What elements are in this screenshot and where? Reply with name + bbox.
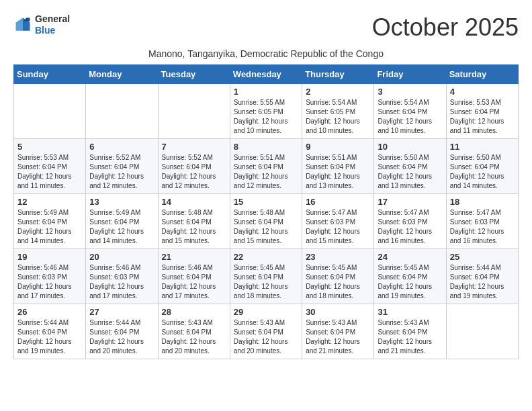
logo-line2: Blue (35, 25, 70, 36)
day-info: Sunrise: 5:49 AM Sunset: 6:04 PM Dayligh… (89, 208, 154, 246)
day-info: Sunrise: 5:50 AM Sunset: 6:04 PM Dayligh… (378, 153, 442, 191)
day-info: Sunrise: 5:47 AM Sunset: 6:03 PM Dayligh… (306, 208, 370, 246)
calendar-cell: 27Sunrise: 5:44 AM Sunset: 6:04 PM Dayli… (86, 304, 158, 359)
day-info: Sunrise: 5:48 AM Sunset: 6:04 PM Dayligh… (234, 208, 298, 246)
calendar-cell (86, 84, 158, 139)
calendar-cell: 25Sunrise: 5:44 AM Sunset: 6:04 PM Dayli… (446, 249, 518, 304)
calendar-cell: 19Sunrise: 5:46 AM Sunset: 6:03 PM Dayli… (14, 249, 86, 304)
calendar-cell: 24Sunrise: 5:45 AM Sunset: 6:04 PM Dayli… (374, 249, 446, 304)
day-info: Sunrise: 5:54 AM Sunset: 6:05 PM Dayligh… (306, 98, 370, 136)
day-info: Sunrise: 5:51 AM Sunset: 6:04 PM Dayligh… (306, 153, 370, 191)
day-info: Sunrise: 5:46 AM Sunset: 6:04 PM Dayligh… (162, 263, 226, 301)
calendar-cell: 23Sunrise: 5:45 AM Sunset: 6:04 PM Dayli… (302, 249, 374, 304)
logo-icon (13, 15, 32, 34)
day-number: 4 (450, 87, 515, 97)
calendar-cell: 11Sunrise: 5:50 AM Sunset: 6:04 PM Dayli… (446, 139, 518, 194)
day-info: Sunrise: 5:52 AM Sunset: 6:04 PM Dayligh… (162, 153, 226, 191)
calendar-table: SundayMondayTuesdayWednesdayThursdayFrid… (13, 64, 519, 359)
calendar-cell: 10Sunrise: 5:50 AM Sunset: 6:04 PM Dayli… (374, 139, 446, 194)
calendar-cell: 26Sunrise: 5:44 AM Sunset: 6:04 PM Dayli… (14, 304, 86, 359)
calendar-cell (446, 304, 518, 359)
col-header-friday: Friday (374, 65, 446, 84)
day-number: 14 (162, 197, 226, 207)
calendar-cell: 9Sunrise: 5:51 AM Sunset: 6:04 PM Daylig… (302, 139, 374, 194)
calendar-cell: 29Sunrise: 5:43 AM Sunset: 6:04 PM Dayli… (230, 304, 302, 359)
calendar-cell: 14Sunrise: 5:48 AM Sunset: 6:04 PM Dayli… (158, 194, 230, 249)
day-number: 7 (162, 142, 226, 152)
calendar-cell: 15Sunrise: 5:48 AM Sunset: 6:04 PM Dayli… (230, 194, 302, 249)
day-info: Sunrise: 5:43 AM Sunset: 6:04 PM Dayligh… (162, 318, 226, 356)
day-info: Sunrise: 5:46 AM Sunset: 6:03 PM Dayligh… (17, 263, 82, 301)
calendar-cell: 28Sunrise: 5:43 AM Sunset: 6:04 PM Dayli… (158, 304, 230, 359)
day-info: Sunrise: 5:48 AM Sunset: 6:04 PM Dayligh… (162, 208, 226, 246)
calendar-week-3: 12Sunrise: 5:49 AM Sunset: 6:04 PM Dayli… (14, 194, 519, 249)
calendar-cell: 31Sunrise: 5:43 AM Sunset: 6:04 PM Dayli… (374, 304, 446, 359)
day-number: 23 (306, 252, 370, 262)
day-number: 28 (162, 307, 226, 317)
day-info: Sunrise: 5:52 AM Sunset: 6:04 PM Dayligh… (89, 153, 154, 191)
logo: General Blue (13, 13, 70, 36)
day-info: Sunrise: 5:45 AM Sunset: 6:04 PM Dayligh… (234, 263, 298, 301)
day-info: Sunrise: 5:43 AM Sunset: 6:04 PM Dayligh… (378, 318, 442, 356)
calendar-cell: 17Sunrise: 5:47 AM Sunset: 6:03 PM Dayli… (374, 194, 446, 249)
col-header-thursday: Thursday (302, 65, 374, 84)
calendar-cell (14, 84, 86, 139)
calendar-week-4: 19Sunrise: 5:46 AM Sunset: 6:03 PM Dayli… (14, 249, 519, 304)
calendar-cell: 1Sunrise: 5:55 AM Sunset: 6:05 PM Daylig… (230, 84, 302, 139)
calendar-cell: 16Sunrise: 5:47 AM Sunset: 6:03 PM Dayli… (302, 194, 374, 249)
day-number: 1 (234, 87, 298, 97)
day-info: Sunrise: 5:47 AM Sunset: 6:03 PM Dayligh… (378, 208, 442, 246)
day-info: Sunrise: 5:44 AM Sunset: 6:04 PM Dayligh… (450, 263, 515, 301)
day-info: Sunrise: 5:50 AM Sunset: 6:04 PM Dayligh… (450, 153, 515, 191)
col-header-tuesday: Tuesday (158, 65, 230, 84)
day-number: 16 (306, 197, 370, 207)
day-info: Sunrise: 5:53 AM Sunset: 6:04 PM Dayligh… (450, 98, 515, 136)
col-header-saturday: Saturday (446, 65, 518, 84)
calendar-cell: 13Sunrise: 5:49 AM Sunset: 6:04 PM Dayli… (86, 194, 158, 249)
day-info: Sunrise: 5:55 AM Sunset: 6:05 PM Dayligh… (234, 98, 298, 136)
day-number: 29 (234, 307, 298, 317)
calendar-cell: 22Sunrise: 5:45 AM Sunset: 6:04 PM Dayli… (230, 249, 302, 304)
day-info: Sunrise: 5:43 AM Sunset: 6:04 PM Dayligh… (306, 318, 370, 356)
day-info: Sunrise: 5:46 AM Sunset: 6:03 PM Dayligh… (89, 263, 154, 301)
day-info: Sunrise: 5:53 AM Sunset: 6:04 PM Dayligh… (17, 153, 82, 191)
day-number: 19 (17, 252, 82, 262)
day-number: 15 (234, 197, 298, 207)
calendar-cell: 8Sunrise: 5:51 AM Sunset: 6:04 PM Daylig… (230, 139, 302, 194)
calendar-header-row: SundayMondayTuesdayWednesdayThursdayFrid… (14, 65, 519, 84)
day-info: Sunrise: 5:45 AM Sunset: 6:04 PM Dayligh… (306, 263, 370, 301)
day-number: 3 (378, 87, 442, 97)
day-number: 31 (378, 307, 442, 317)
day-number: 6 (89, 142, 154, 152)
day-info: Sunrise: 5:54 AM Sunset: 6:04 PM Dayligh… (378, 98, 442, 136)
day-info: Sunrise: 5:45 AM Sunset: 6:04 PM Dayligh… (378, 263, 442, 301)
calendar-cell: 5Sunrise: 5:53 AM Sunset: 6:04 PM Daylig… (14, 139, 86, 194)
day-number: 22 (234, 252, 298, 262)
calendar-week-1: 1Sunrise: 5:55 AM Sunset: 6:05 PM Daylig… (14, 84, 519, 139)
calendar-cell: 3Sunrise: 5:54 AM Sunset: 6:04 PM Daylig… (374, 84, 446, 139)
day-number: 5 (17, 142, 82, 152)
svg-marker-1 (16, 17, 24, 30)
col-header-sunday: Sunday (14, 65, 86, 84)
calendar-cell: 20Sunrise: 5:46 AM Sunset: 6:03 PM Dayli… (86, 249, 158, 304)
day-number: 21 (162, 252, 226, 262)
calendar-cell: 18Sunrise: 5:47 AM Sunset: 6:03 PM Dayli… (446, 194, 518, 249)
calendar-cell (158, 84, 230, 139)
day-number: 13 (89, 197, 154, 207)
logo-line1: General (35, 13, 70, 25)
day-info: Sunrise: 5:44 AM Sunset: 6:04 PM Dayligh… (89, 318, 154, 356)
calendar-cell: 12Sunrise: 5:49 AM Sunset: 6:04 PM Dayli… (14, 194, 86, 249)
day-info: Sunrise: 5:47 AM Sunset: 6:03 PM Dayligh… (450, 208, 515, 246)
day-number: 12 (17, 197, 82, 207)
page-header: General Blue October 2025 (13, 13, 519, 42)
day-info: Sunrise: 5:51 AM Sunset: 6:04 PM Dayligh… (234, 153, 298, 191)
calendar-cell: 2Sunrise: 5:54 AM Sunset: 6:05 PM Daylig… (302, 84, 374, 139)
calendar-week-5: 26Sunrise: 5:44 AM Sunset: 6:04 PM Dayli… (14, 304, 519, 359)
day-number: 8 (234, 142, 298, 152)
day-number: 25 (450, 252, 515, 262)
day-info: Sunrise: 5:43 AM Sunset: 6:04 PM Dayligh… (234, 318, 298, 356)
day-number: 27 (89, 307, 154, 317)
calendar-cell: 7Sunrise: 5:52 AM Sunset: 6:04 PM Daylig… (158, 139, 230, 194)
day-number: 18 (450, 197, 515, 207)
day-number: 24 (378, 252, 442, 262)
